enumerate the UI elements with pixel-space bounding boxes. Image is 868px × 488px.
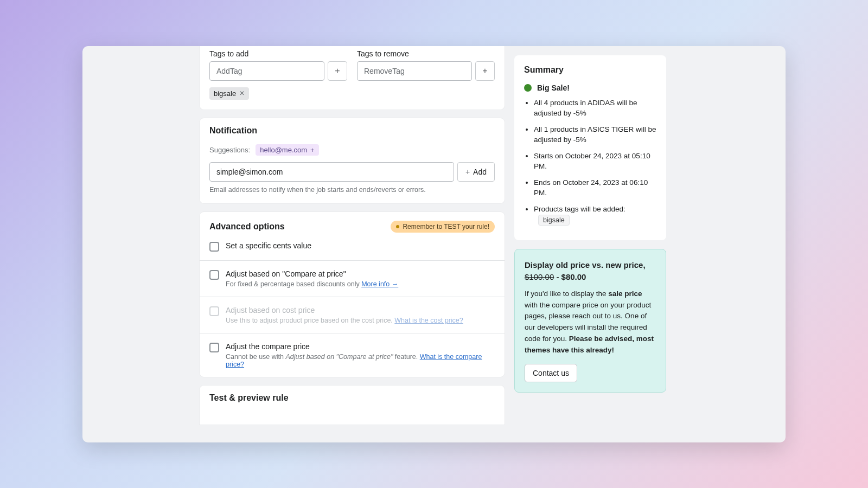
summary-item: All 1 products in ASICS TIGER will be ad… [534,124,656,145]
info-body-bold: sale price [608,290,642,298]
option-sub-text: Cannot be use with [226,353,286,361]
tags-add-plus-button[interactable]: + [328,61,347,81]
test-reminder-text: Remember to TEST your rule! [403,223,489,230]
option-sub-text: Use this to adjust product price based o… [226,317,394,324]
tag-chip-label: bigsale [214,89,236,98]
checkbox-cents-value[interactable] [209,242,219,252]
tag-chip: bigsale ✕ [209,87,249,100]
more-info-link[interactable]: More info → [361,280,398,288]
plus-icon: + [465,168,470,176]
notification-email-input[interactable] [209,162,454,182]
summary-list: All 4 products in ADIDAS will be adjuste… [524,98,656,226]
gutter [505,46,514,442]
suggestion-email: hello@me.com [260,146,307,154]
option-sub-text: feature. [393,353,419,361]
tag-chip-remove[interactable]: ✕ [239,89,245,97]
tags-remove-label: Tags to remove [357,49,495,58]
plus-icon: + [335,66,340,76]
option-sub: For fixed & percentage based discounts o… [226,280,495,288]
tags-add-label: Tags to add [209,49,347,58]
option-title: Set a specific cents value [226,241,495,250]
checkbox-adjust-compare[interactable] [209,343,219,352]
plus-icon: + [482,66,487,76]
add-button-label: Add [473,168,487,176]
summary-title: Summary [524,65,656,75]
option-title: Adjust the compare price [226,342,495,351]
notification-card: Notification Suggestions: hello@me.com +… [200,118,505,203]
tags-add-input[interactable] [209,61,324,81]
option-sub: Cannot be use with Adjust based on "Comp… [226,353,495,368]
summary-tags-label: Products tags will be added: [534,205,626,213]
checkbox-cost-price [209,306,219,316]
option-title: Adjust based on "Compare at price" [226,269,495,278]
info-old-price: $100.00 [525,272,554,281]
test-preview-card: Test & preview rule [200,386,505,425]
status-name: Big Sale! [537,84,570,92]
notification-add-button[interactable]: + Add [457,162,495,182]
checkbox-compare-at-price[interactable] [209,270,219,280]
info-title-line1: Display old price vs. new price, [525,260,646,269]
tags-remove-input[interactable] [357,61,472,81]
contact-us-button[interactable]: Contact us [525,364,577,382]
info-title: Display old price vs. new price, $100.00… [525,259,656,283]
suggestion-chip[interactable]: hello@me.com + [256,144,319,156]
app-window: Tags to add + bigsale ✕ [82,46,786,442]
tags-card: Tags to add + bigsale ✕ [200,46,505,110]
option-cost-price: Adjust based on cost price Use this to a… [200,297,505,333]
cost-price-link[interactable]: What is the cost price? [394,317,463,324]
option-adjust-compare: Adjust the compare price Cannot be use w… [200,333,505,377]
warning-dot-icon [396,225,399,228]
summary-card: Summary Big Sale! All 4 products in ADID… [514,55,666,241]
option-compare-at-price: Adjust based on "Compare at price" For f… [200,260,505,297]
advanced-title: Advanced options [209,222,285,232]
notification-help: Email addresses to notify when the job s… [209,186,495,194]
suggestions-label: Suggestions: [209,146,250,154]
info-card: Display old price vs. new price, $100.00… [514,249,666,393]
summary-item: All 4 products in ADIDAS will be adjuste… [534,98,656,119]
side-column: Summary Big Sale! All 4 products in ADID… [514,46,666,442]
summary-tag-chip: bigsale [538,215,570,226]
info-new-price: - $80.00 [554,272,586,281]
test-reminder-badge: Remember to TEST your rule! [391,221,495,233]
option-sub-italic: Adjust based on "Compare at price" [286,353,393,361]
option-sub: Use this to adjust product price based o… [226,317,495,324]
advanced-card: Advanced options Remember to TEST your r… [200,212,505,377]
notification-title: Notification [209,126,495,136]
info-body-pre: If you'd like to display the [525,290,608,298]
tags-remove-plus-button[interactable]: + [475,61,495,81]
option-cents-value: Set a specific cents value [200,237,505,260]
test-preview-title: Test & preview rule [209,393,495,403]
option-title: Adjust based on cost price [226,306,495,314]
main-column: Tags to add + bigsale ✕ [200,46,505,442]
summary-item-tags: Products tags will be added: bigsale [534,204,656,225]
status-dot-icon [524,84,532,92]
summary-item: Starts on October 24, 2023 at 05:10 PM. [534,151,656,172]
left-gutter [82,46,200,442]
option-sub-text: For fixed & percentage based discounts o… [226,280,361,288]
summary-item: Ends on October 24, 2023 at 06:10 PM. [534,177,656,198]
info-body: If you'd like to display the sale price … [525,288,656,357]
plus-icon: + [310,146,315,154]
